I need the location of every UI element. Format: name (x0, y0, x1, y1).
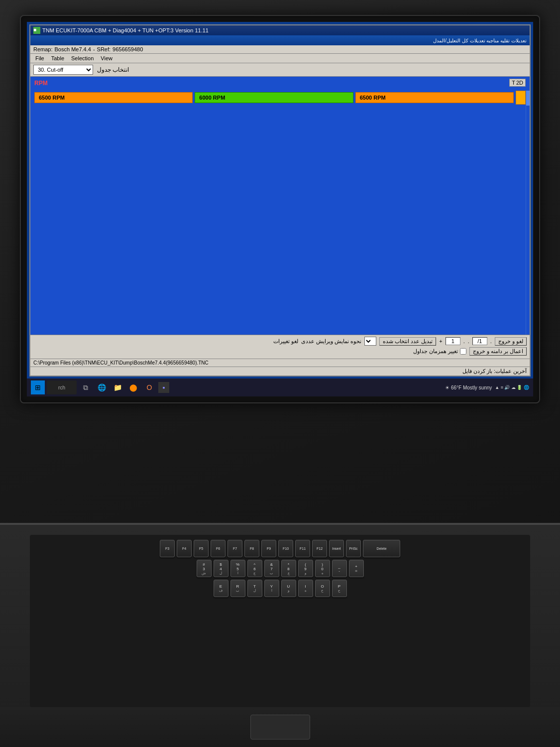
office-icon[interactable]: O (142, 380, 156, 394)
display-mode-select[interactable] (364, 337, 376, 346)
laptop-palm (0, 707, 560, 747)
touchpad[interactable] (250, 715, 310, 740)
keyboard-deck: F3 F4 F5 F6 F7 F8 F9 F10 F11 F12 Insert … (30, 535, 530, 707)
search-bar[interactable]: rch (47, 380, 77, 394)
menu-file[interactable]: File (32, 55, 47, 62)
key-u[interactable]: Uو (281, 580, 296, 597)
menu-bar: File Table Selection View (30, 54, 530, 63)
key-f11[interactable]: F11 (295, 540, 310, 557)
file-path-text: C:\Program Files (x86)\TNM\ECU_KIT\Dump\… (33, 360, 209, 366)
key-f7[interactable]: F7 (227, 540, 242, 557)
taskbar: ⊞ rch ⧉ 🌐 📁 ⬤ O ▪ ☀ 66°F Mostly sunny (27, 378, 533, 396)
scrollbar-thumb[interactable] (526, 91, 530, 106)
input-value1[interactable] (472, 337, 487, 345)
key-y[interactable]: Yا (264, 580, 279, 597)
2d-label: 2D (516, 80, 523, 86)
key-f9[interactable]: F9 (261, 540, 276, 557)
key-f12[interactable]: F12 (312, 540, 327, 557)
table-dropdown[interactable]: 30. Cut-off (33, 65, 93, 75)
weather-widget[interactable]: ☀ 66°F Mostly sunny (445, 385, 492, 390)
remap-bar: Remap: Bosch Me7.4.4 - SRef: 9656659480 (30, 45, 530, 54)
key-6[interactable]: ^6ج (247, 560, 262, 577)
key-8[interactable]: *8ع (281, 560, 296, 577)
keyboard-area: F3 F4 F5 F6 F7 F8 F9 F10 F11 F12 Insert … (0, 523, 560, 747)
rpm-bar-3-label: 6500 RPM (360, 95, 386, 101)
key-f5[interactable]: F5 (194, 540, 209, 557)
key-prtsc[interactable]: PrtSc (346, 540, 361, 557)
rpm-label: RPM (34, 80, 48, 87)
menu-selection[interactable]: Selection (68, 55, 97, 62)
folder-icon[interactable]: 📁 (111, 380, 124, 394)
task-view-button[interactable]: ⧉ (79, 380, 93, 394)
key-5[interactable]: %5ا (230, 560, 245, 577)
screen: ■ TNM ECUKIT-7000A CBM + Diag4004 + TUN … (27, 22, 533, 396)
key-f8[interactable]: F8 (244, 540, 259, 557)
apply-button[interactable]: تبدیل عدد انتخاب شده (379, 337, 436, 346)
sref-label: SRef: (97, 46, 111, 52)
2d-button[interactable]: T 2D (509, 79, 526, 87)
rpm-bar-1-label: 6500 RPM (39, 95, 65, 101)
title-text: TNM ECUKIT-7000A CBM + Diag4004 + TUN +O… (42, 27, 209, 33)
screen-bezel: ■ TNM ECUKIT-7000A CBM + Diag4004 + TUN … (20, 15, 540, 403)
key-o[interactable]: Oخ (315, 580, 330, 597)
rpm-bar-3[interactable]: 6500 RPM (355, 92, 514, 103)
remap-software: Bosch Me7.4.4 (55, 46, 91, 52)
key-7[interactable]: &7ب (264, 560, 279, 577)
key-delete[interactable]: Delete (363, 540, 400, 557)
remap-separator: - (93, 46, 95, 52)
display-mode-label: نحوه نمایش ویرایش عددی (301, 338, 361, 345)
laptop-body: ■ TNM ECUKIT-7000A CBM + Diag4004 + TUN … (0, 0, 560, 747)
key-f6[interactable]: F6 (211, 540, 225, 557)
scrollbar[interactable] (526, 91, 530, 335)
key-i[interactable]: Iه (298, 580, 313, 597)
start-button[interactable]: ⊞ (31, 380, 45, 394)
weather-text: 66°F Mostly sunny (451, 385, 492, 390)
t-label: T (512, 80, 515, 86)
table-selector-label: انتخاب جدول (97, 66, 129, 73)
title-bar: ■ TNM ECUKIT-7000A CBM + Diag4004 + TUN … (30, 25, 530, 35)
taskbar-icons: rch ⧉ 🌐 📁 ⬤ O ▪ (47, 380, 169, 394)
key-4[interactable]: $4ل (214, 560, 228, 577)
apply-exit-button[interactable]: اعمال بر دامنه و خروج (469, 347, 527, 356)
key-r[interactable]: Rب (230, 580, 245, 597)
key-insert[interactable]: Insert (329, 540, 344, 557)
bottom-controls: لغو و خروج . . . + تبدیل عدد انتخاب شده … (30, 335, 530, 359)
system-tray: ▲ ≡ 🔊 ☁ 🔋 🌐 (495, 385, 529, 390)
subtitle-text: تعديلات تقليه مناجبه تعديلات كل التعليل/… (433, 38, 527, 43)
sync-tables-label: تغییر همزمان جداول (413, 348, 458, 355)
exit-button[interactable]: لغو و خروج (495, 337, 527, 346)
key-minus[interactable]: _- (332, 560, 347, 577)
key-t[interactable]: Tل (247, 580, 262, 597)
key-0[interactable]: )0ه (315, 560, 330, 577)
status-bar: آخرین عملیات: باز کردن فایل (30, 367, 530, 375)
save-changes-label: لغو تغییرات (273, 338, 298, 345)
taskbar-right: ☀ 66°F Mostly sunny ▲ ≡ 🔊 ☁ 🔋 🌐 (445, 385, 529, 390)
menu-table[interactable]: Table (48, 55, 67, 62)
app-pinned-icon[interactable]: ▪ (158, 382, 169, 393)
control-row-2: اعمال بر دامنه و خروج تغییر همزمان جداول (33, 347, 527, 356)
edge-icon[interactable]: 🌐 (95, 380, 109, 394)
rpm-bar-1[interactable]: 6500 RPM (34, 92, 193, 103)
dot-label-3: . (463, 338, 465, 344)
plus-label: + (439, 338, 442, 344)
key-f4[interactable]: F4 (177, 540, 192, 557)
input-value2[interactable] (446, 337, 460, 345)
menu-view[interactable]: View (98, 55, 115, 62)
function-key-row: F3 F4 F5 F6 F7 F8 F9 F10 F11 F12 Insert … (35, 540, 525, 557)
file-path-bar: C:\Program Files (x86)\TNM\ECU_KIT\Dump\… (30, 359, 530, 367)
key-p[interactable]: Pح (332, 580, 347, 597)
key-3[interactable]: #3ش (197, 560, 212, 577)
key-equals[interactable]: += (349, 560, 364, 577)
key-e[interactable]: Eف (214, 580, 228, 597)
rpm-bar-2[interactable]: 6000 RPM (195, 92, 353, 103)
control-row-1: لغو و خروج . . . + تبدیل عدد انتخاب شده … (33, 337, 527, 346)
sync-tables-checkbox[interactable] (460, 348, 466, 355)
key-f10[interactable]: F10 (278, 540, 293, 557)
key-f3[interactable]: F3 (160, 540, 175, 557)
table-selector-bar: 30. Cut-off انتخاب جدول (30, 63, 530, 77)
rpm-bars-container: 6500 RPM 6000 RPM 6500 RPM (34, 91, 526, 105)
rpm-bar-small (516, 91, 526, 105)
chrome-icon[interactable]: ⬤ (126, 380, 140, 394)
app-icon: ■ (33, 27, 40, 34)
key-9[interactable]: (9و (298, 560, 313, 577)
